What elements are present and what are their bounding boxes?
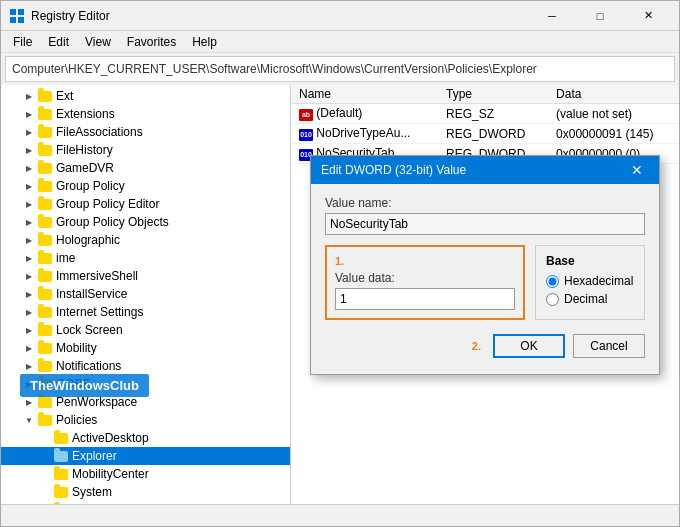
tree-label-filehistory: FileHistory	[56, 143, 113, 157]
menu-favorites[interactable]: Favorites	[119, 33, 184, 51]
tree-label-immersiveshell: ImmersiveShell	[56, 269, 138, 283]
folder-icon-fileassociations	[37, 124, 53, 140]
tree-item-grouppolicy[interactable]: ▶ Group Policy	[1, 177, 290, 195]
table-row[interactable]: ab (Default) REG_SZ (value not set)	[291, 104, 679, 124]
tree-item-fileassociations[interactable]: ▶ FileAssociations	[1, 123, 290, 141]
value-data-input[interactable]	[335, 288, 515, 310]
tree-item-ext[interactable]: ▶ Ext	[1, 87, 290, 105]
value-data-box: 1. Value data:	[325, 245, 525, 320]
arrow-lockscreen: ▶	[21, 322, 37, 338]
radio-dec-input[interactable]	[546, 293, 559, 306]
radio-hex-input[interactable]	[546, 275, 559, 288]
radio-hexadecimal[interactable]: Hexadecimal	[546, 274, 634, 288]
tree-label-grouppolicyeditor: Group Policy Editor	[56, 197, 159, 211]
arrow-holographic: ▶	[21, 232, 37, 248]
dialog-close-button[interactable]: ✕	[625, 158, 649, 182]
tree-item-immersiveshell[interactable]: ▶ ImmersiveShell	[1, 267, 290, 285]
tree-item-lockscreen[interactable]: ▶ Lock Screen	[1, 321, 290, 339]
ok-button[interactable]: OK	[493, 334, 565, 358]
close-button[interactable]: ✕	[625, 1, 671, 31]
arrow-oobe: ▶	[21, 376, 37, 392]
svg-rect-0	[10, 9, 16, 15]
tree-label-activedesktop: ActiveDesktop	[72, 431, 149, 445]
folder-icon-grouppolicy	[37, 178, 53, 194]
window-title: Registry Editor	[31, 9, 523, 23]
tree-label-grouppolicyobjects: Group Policy Objects	[56, 215, 169, 229]
tree-item-holographic[interactable]: ▶ Holographic	[1, 231, 290, 249]
value-name-row: Value name:	[325, 196, 645, 235]
tree-label-explorer: Explorer	[72, 449, 117, 463]
icon-sz: ab	[299, 109, 313, 121]
tree-label-installservice: InstallService	[56, 287, 127, 301]
tree-item-system[interactable]: System	[1, 483, 290, 501]
dialog-data-section: 1. Value data: Base Hexadecimal Decimal	[325, 245, 645, 320]
tree-item-policies[interactable]: ▼ Policies	[1, 411, 290, 429]
tree-item-extensions[interactable]: ▶ Extensions	[1, 105, 290, 123]
tree-item-internetsettings[interactable]: ▶ Internet Settings	[1, 303, 290, 321]
dialog-title-bar: Edit DWORD (32-bit) Value ✕	[311, 156, 659, 184]
step1-label: 1.	[335, 255, 515, 267]
arrow-mobilitycenter	[37, 466, 53, 482]
arrow-system	[37, 484, 53, 500]
base-box: Base Hexadecimal Decimal	[535, 245, 645, 320]
tree-label-grouppolicy: Group Policy	[56, 179, 125, 193]
tree-label-ime: ime	[56, 251, 75, 265]
folder-icon-notifications	[37, 358, 53, 374]
tree-item-grouppolicyobjects[interactable]: ▶ Group Policy Objects	[1, 213, 290, 231]
menu-edit[interactable]: Edit	[40, 33, 77, 51]
tree-label-policies: Policies	[56, 413, 97, 427]
folder-icon-system	[53, 484, 69, 500]
arrow-penworkspace: ▶	[21, 394, 37, 410]
menu-file[interactable]: File	[5, 33, 40, 51]
dialog-body: Value name: 1. Value data: Base Hexadeci…	[311, 184, 659, 374]
arrow-ime: ▶	[21, 250, 37, 266]
maximize-button[interactable]: □	[577, 1, 623, 31]
reg-data-default: (value not set)	[548, 104, 679, 124]
menu-help[interactable]: Help	[184, 33, 225, 51]
app-icon	[9, 8, 25, 24]
tree-label-system: System	[72, 485, 112, 499]
table-row[interactable]: 010 NoDriveTypeAu... REG_DWORD 0x0000009…	[291, 124, 679, 144]
tree-item-gamedvr[interactable]: ▶ GameDVR	[1, 159, 290, 177]
tree-item-explorer[interactable]: Explorer	[1, 447, 290, 465]
icon-dword: 010	[299, 129, 313, 141]
svg-rect-3	[18, 17, 24, 23]
arrow-grouppolicyobjects: ▶	[21, 214, 37, 230]
arrow-internetsettings: ▶	[21, 304, 37, 320]
minimize-button[interactable]: ─	[529, 1, 575, 31]
value-data-label: Value data:	[335, 271, 515, 285]
arrow-activedesktop	[37, 430, 53, 446]
radio-decimal[interactable]: Decimal	[546, 292, 634, 306]
arrow-fileassociations: ▶	[21, 124, 37, 140]
tree-label-fileassociations: FileAssociations	[56, 125, 143, 139]
arrow-grouppolicyeditor: ▶	[21, 196, 37, 212]
tree-item-penworkspace[interactable]: ▶ PenWorkspace	[1, 393, 290, 411]
value-name-input[interactable]	[325, 213, 645, 235]
col-data[interactable]: Data	[548, 85, 679, 104]
tree-item-activedesktop[interactable]: ActiveDesktop	[1, 429, 290, 447]
tree-panel[interactable]: ▶ Ext ▶ Extensions ▶ FileAssociations ▶	[1, 85, 291, 504]
col-type[interactable]: Type	[438, 85, 548, 104]
folder-icon-mobilitycenter	[53, 466, 69, 482]
reg-name-nodrivetypeau: 010 NoDriveTypeAu...	[291, 124, 438, 144]
folder-icon-penworkspace	[37, 394, 53, 410]
tree-item-grouppolicyeditor[interactable]: ▶ Group Policy Editor	[1, 195, 290, 213]
folder-icon-gamedvr	[37, 160, 53, 176]
tree-item-mobility[interactable]: ▶ Mobility	[1, 339, 290, 357]
menu-view[interactable]: View	[77, 33, 119, 51]
radio-dec-label: Decimal	[564, 292, 607, 306]
tree-item-installservice[interactable]: ▶ InstallService	[1, 285, 290, 303]
folder-icon-oobe	[37, 376, 53, 392]
arrow-explorer	[37, 448, 53, 464]
cancel-button[interactable]: Cancel	[573, 334, 645, 358]
folder-icon-mobility	[37, 340, 53, 356]
tree-item-oobe[interactable]: ▶ OOBE	[1, 375, 290, 393]
folder-icon-internetsettings	[37, 304, 53, 320]
col-name[interactable]: Name	[291, 85, 438, 104]
svg-rect-1	[18, 9, 24, 15]
folder-icon-grouppolicyobjects	[37, 214, 53, 230]
tree-item-filehistory[interactable]: ▶ FileHistory	[1, 141, 290, 159]
tree-item-notifications[interactable]: ▶ Notifications	[1, 357, 290, 375]
tree-item-mobilitycenter[interactable]: MobilityCenter	[1, 465, 290, 483]
tree-item-ime[interactable]: ▶ ime	[1, 249, 290, 267]
